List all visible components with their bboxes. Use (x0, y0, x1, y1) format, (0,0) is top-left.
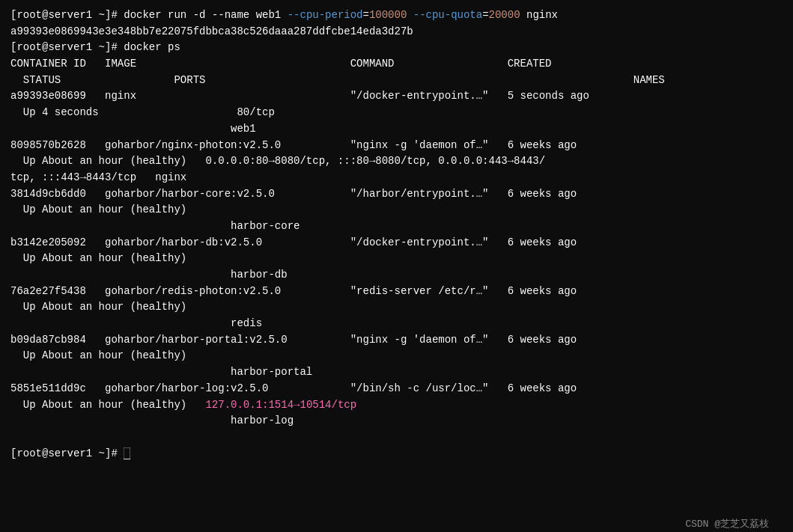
container-6-row1: b09da87cb984 goharbor/harbor-portal:v2.5… (10, 332, 783, 349)
line-4-header: CONTAINER ID IMAGE COMMAND CREATED (10, 56, 783, 73)
header-row-2: STATUS PORTS NAMES (10, 74, 665, 86)
container-4-row3: harbor-db (10, 267, 783, 284)
final-prompt-line: [root@server1 ~]# █ (10, 446, 783, 462)
container-5-row1: 76a2e27f5438 goharbor/redis-photon:v2.5.… (10, 284, 783, 300)
terminal-output: [root@server1 ~]# docker run -d --name w… (10, 7, 783, 532)
flag-cpu-period: --cpu-period (288, 9, 363, 21)
line-3: [root@server1 ~]# docker ps (10, 40, 783, 56)
container-1-row3: web1 (10, 121, 783, 138)
cmd-1: docker run -d --name web1 (124, 9, 287, 21)
container-5-row2: Up About an hour (healthy) (10, 299, 783, 316)
container-2-row3: tcp, :::443→8443/tcp nginx (10, 170, 783, 186)
empty-line (10, 429, 783, 446)
container-4-row2: Up About an hour (healthy) (10, 251, 783, 267)
container-1-row1: a99393e08699 nginx "/docker-entrypoint.…… (10, 88, 783, 105)
container-2-row2: Up About an hour (healthy) 0.0.0.0:80→80… (10, 153, 783, 170)
watermark: CSDN @芝芝又荔枝 (685, 517, 769, 531)
container-3-row1: 3814d9cb6dd0 goharbor/harbor-core:v2.5.0… (10, 186, 783, 203)
container-hash: a99393e0869943e3e348bb7e22075fdbbca38c52… (10, 25, 413, 37)
container-3-row3: harbor-core (10, 218, 783, 235)
line-2: a99393e0869943e3e348bb7e22075fdbbca38c52… (10, 24, 783, 40)
container-2-row1: 8098570b2628 goharbor/nginx-photon:v2.5.… (10, 138, 783, 154)
pink-port: 127.0.0.1:1514→10514/tcp (205, 399, 356, 411)
val-cpu-period: 100000 (369, 9, 407, 21)
prompt-3: [root@server1 ~]# (10, 41, 124, 53)
final-prompt: [root@server1 ~]# (10, 447, 124, 459)
container-5-row3: redis (10, 316, 783, 332)
flag-cpu-quota: --cpu-quota (413, 9, 482, 21)
container-6-row2: Up About an hour (healthy) (10, 348, 783, 364)
cmd-3: docker ps (124, 41, 180, 53)
prompt-1: [root@server1 ~]# (10, 9, 124, 21)
container-3-row2: Up About an hour (healthy) (10, 202, 783, 218)
container-7-row1: 5851e511dd9c goharbor/harbor-log:v2.5.0 … (10, 381, 783, 397)
line-1: [root@server1 ~]# docker run -d --name w… (10, 7, 783, 24)
header-row-1: CONTAINER ID IMAGE COMMAND CREATED (10, 58, 552, 70)
val-cpu-quota: 20000 (489, 9, 520, 21)
terminal-container: [root@server1 ~]# docker run -d --name w… (10, 7, 783, 532)
container-6-row3: harbor-portal (10, 364, 783, 381)
cursor-block: █ (124, 447, 130, 459)
container-1-row2: Up 4 seconds 80/tcp (10, 105, 783, 121)
container-4-row1: b3142e205092 goharbor/harbor-db:v2.5.0 "… (10, 235, 783, 251)
container-7-row3: harbor-log (10, 413, 783, 429)
line-5-header: STATUS PORTS NAMES (10, 73, 783, 89)
container-7-row2: Up About an hour (healthy) 127.0.0.1:151… (10, 397, 783, 414)
